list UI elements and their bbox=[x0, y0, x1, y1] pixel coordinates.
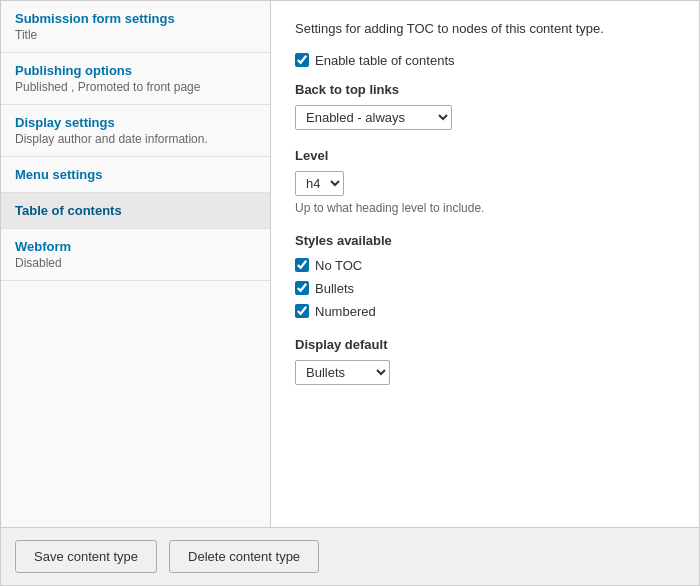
back-to-top-select[interactable]: Enabled - alwaysEnabled - sometimesDisab… bbox=[295, 105, 452, 130]
sidebar-item-title-webform: Webform bbox=[15, 239, 256, 254]
level-hint: Up to what heading level to include. bbox=[295, 201, 675, 215]
level-label: Level bbox=[295, 148, 675, 163]
sidebar-item-menu-settings[interactable]: Menu settings bbox=[1, 157, 270, 193]
back-to-top-group: Back to top links Enabled - alwaysEnable… bbox=[295, 82, 675, 130]
delete-button[interactable]: Delete content type bbox=[169, 540, 319, 573]
style-row-1: Bullets bbox=[295, 281, 675, 296]
level-group: Level h1h2h3h4h5h6 Up to what heading le… bbox=[295, 148, 675, 215]
back-to-top-label: Back to top links bbox=[295, 82, 675, 97]
sidebar-item-title-submission-form-settings: Submission form settings bbox=[15, 11, 256, 26]
sidebar-item-title-menu-settings: Menu settings bbox=[15, 167, 256, 182]
right-panel: Settings for adding TOC to nodes of this… bbox=[271, 1, 699, 527]
sidebar-item-subtitle-display-settings: Display author and date information. bbox=[15, 132, 256, 146]
display-default-select[interactable]: No TOCBulletsNumbered bbox=[295, 360, 390, 385]
style-checkbox-2[interactable] bbox=[295, 304, 309, 318]
level-select[interactable]: h1h2h3h4h5h6 bbox=[295, 171, 344, 196]
enable-toc-label[interactable]: Enable table of contents bbox=[315, 53, 455, 68]
style-row-2: Numbered bbox=[295, 304, 675, 319]
sidebar-item-publishing-options[interactable]: Publishing optionsPublished , Promoted t… bbox=[1, 53, 270, 105]
display-default-group: Display default No TOCBulletsNumbered bbox=[295, 337, 675, 385]
display-default-label: Display default bbox=[295, 337, 675, 352]
style-label-0[interactable]: No TOC bbox=[315, 258, 362, 273]
enable-toc-checkbox[interactable] bbox=[295, 53, 309, 67]
styles-label: Styles available bbox=[295, 233, 675, 248]
footer: Save content type Delete content type bbox=[1, 527, 699, 585]
sidebar-item-title-table-of-contents: Table of contents bbox=[15, 203, 256, 218]
sidebar-item-subtitle-submission-form-settings: Title bbox=[15, 28, 256, 42]
sidebar-item-title-publishing-options: Publishing options bbox=[15, 63, 256, 78]
sidebar-item-subtitle-webform: Disabled bbox=[15, 256, 256, 270]
sidebar: Submission form settingsTitlePublishing … bbox=[1, 1, 271, 527]
save-button[interactable]: Save content type bbox=[15, 540, 157, 573]
styles-section: Styles available No TOCBulletsNumbered bbox=[295, 233, 675, 319]
style-row-0: No TOC bbox=[295, 258, 675, 273]
settings-description: Settings for adding TOC to nodes of this… bbox=[295, 19, 675, 39]
sidebar-item-submission-form-settings[interactable]: Submission form settingsTitle bbox=[1, 1, 270, 53]
sidebar-item-subtitle-publishing-options: Published , Promoted to front page bbox=[15, 80, 256, 94]
styles-checkbox-list: No TOCBulletsNumbered bbox=[295, 258, 675, 319]
enable-toc-row: Enable table of contents bbox=[295, 53, 675, 68]
sidebar-item-webform[interactable]: WebformDisabled bbox=[1, 229, 270, 281]
sidebar-item-display-settings[interactable]: Display settingsDisplay author and date … bbox=[1, 105, 270, 157]
style-checkbox-1[interactable] bbox=[295, 281, 309, 295]
style-label-2[interactable]: Numbered bbox=[315, 304, 376, 319]
sidebar-item-table-of-contents[interactable]: Table of contents bbox=[1, 193, 270, 229]
page-wrapper: Submission form settingsTitlePublishing … bbox=[0, 0, 700, 586]
sidebar-item-title-display-settings: Display settings bbox=[15, 115, 256, 130]
style-checkbox-0[interactable] bbox=[295, 258, 309, 272]
style-label-1[interactable]: Bullets bbox=[315, 281, 354, 296]
main-content: Submission form settingsTitlePublishing … bbox=[1, 1, 699, 527]
